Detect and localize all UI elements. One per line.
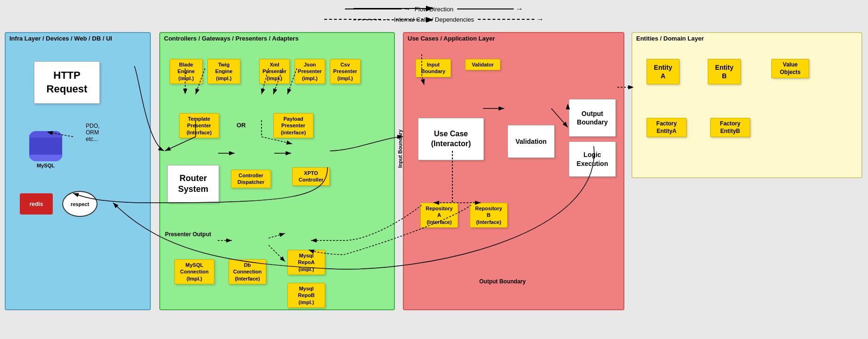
- entities-layer-title: Entities / Domain Layer: [632, 33, 861, 44]
- usecases-layer: Use Cases / Application Layer Input Boun…: [403, 32, 624, 310]
- db-connection-sticky: Db Connection (Interface): [229, 259, 266, 284]
- controller-dispatcher-sticky: Controller Dispatcher: [231, 170, 271, 188]
- use-case-interactor-box: Use Case (Interactor): [418, 118, 484, 160]
- controllers-layer-title: Controllers / Gateways / Presenters / Ad…: [160, 33, 394, 44]
- validator-sticky: Validator: [465, 59, 500, 70]
- repository-b-sticky: Repository B (Interface): [470, 203, 508, 228]
- csv-presenter-sticky: Csv Presenter (impl.): [330, 59, 360, 84]
- usecases-layer-title: Use Cases / Application Layer: [404, 33, 623, 44]
- legend: → Flow Direction → → Internal Calls / De…: [324, 5, 544, 24]
- legend-flow-line2: [457, 8, 514, 9]
- legend-flow-row: → Flow Direction →: [345, 5, 523, 13]
- legend-dashed-line2: [478, 19, 534, 20]
- payload-presenter-sticky: Payload Presenter (interface): [273, 113, 313, 138]
- controllers-layer: Controllers / Gateways / Presenters / Ad…: [159, 32, 395, 310]
- value-objects-sticky: Value Objects: [771, 59, 809, 78]
- entity-a-sticky: Entity A: [647, 59, 680, 84]
- entity-b-sticky: Entity B: [708, 59, 741, 84]
- presenter-output-label: Presenter Output: [165, 231, 211, 238]
- factory-entity-a-sticky: Factory EntityA: [647, 118, 687, 137]
- input-boundary-sticky: Input Boundary: [416, 59, 451, 77]
- mysql-repob-sticky: Mysql RepoB (impl.): [287, 283, 325, 308]
- xml-presenter-sticky: Xml Presenter (impl.): [259, 59, 290, 84]
- infra-layer: Infra Layer / Devices / Web / DB / UI HT…: [5, 32, 151, 310]
- input-boundary-vertical-label: Input Boundary: [397, 130, 403, 168]
- mysql-icon: MySQL: [29, 134, 62, 168]
- respect-icon: respect: [62, 191, 98, 217]
- repository-a-sticky: Repository A (Interface): [420, 203, 458, 228]
- validation-box: Validation: [508, 125, 555, 158]
- legend-internal-label: Internal Calls / Dependencies: [394, 16, 474, 23]
- infra-layer-title: Infra Layer / Devices / Web / DB / UI: [6, 33, 150, 44]
- template-presenter-sticky: Template Presenter (Interface): [179, 113, 219, 138]
- output-boundary-box: Output Boundary: [569, 99, 616, 137]
- redis-icon: redis: [20, 193, 53, 215]
- entities-layer: Entities / Domain Layer Entity A Entity …: [631, 32, 862, 178]
- http-request-box: HTTP Request: [34, 61, 100, 104]
- logic-execution-box: Logic Execution: [569, 141, 616, 177]
- router-system-box: Router System: [167, 165, 219, 203]
- json-presenter-sticky: Json Presenter (impl.): [295, 59, 325, 84]
- legend-flow-label: Flow Direction: [415, 6, 453, 13]
- legend-dashed-line: [324, 19, 381, 20]
- mysql-connection-sticky: MySQL Connection (Impl.): [174, 259, 214, 284]
- mysql-label: MySQL: [29, 163, 62, 168]
- xpto-controller-sticky: XPTO Controller: [292, 167, 330, 186]
- blade-engine-sticky: Blade Engine (impl.): [170, 59, 203, 84]
- pdo-orm-label: PDO, ORM etc...: [86, 123, 99, 142]
- or-label: OR: [237, 122, 246, 129]
- legend-internal-row: → Internal Calls / Dependencies →: [324, 15, 544, 24]
- output-boundary-bottom-label: Output Boundary: [479, 278, 526, 285]
- factory-entity-b-sticky: Factory EntityB: [710, 118, 750, 137]
- twig-engine-sticky: Twig Engine (impl.): [207, 59, 240, 84]
- legend-flow-line: [345, 8, 401, 9]
- mysql-repoa-sticky: Mysql RepoA (impl.): [287, 250, 325, 275]
